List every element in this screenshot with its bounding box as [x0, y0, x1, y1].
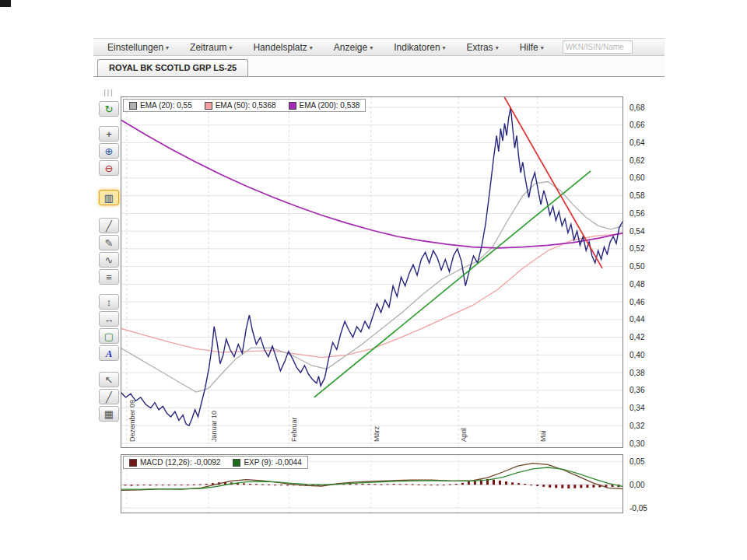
- ema50-swatch-icon: [205, 102, 212, 110]
- svg-text:0,40: 0,40: [630, 351, 645, 359]
- legend-ema20: EMA (20): 0,55: [129, 101, 192, 110]
- legend-ema50: EMA (50): 0,5368: [205, 101, 276, 110]
- svg-text:0,30: 0,30: [630, 439, 645, 448]
- zoom-in-button[interactable]: ⊕: [99, 143, 119, 159]
- svg-text:0,48: 0,48: [630, 280, 645, 289]
- menu-items: Einstellungen▾Zeitraum▾Handelsplatz▾Anze…: [107, 42, 544, 53]
- slide-corner-mark: [0, 0, 11, 7]
- chart-mode-button[interactable]: ▥: [99, 190, 119, 205]
- legend-ema50-label: EMA (50): 0,5368: [216, 101, 276, 110]
- pointer-button[interactable]: ↖: [99, 372, 119, 387]
- menu-item-label: Hilfe: [520, 42, 538, 53]
- grid-button[interactable]: ▦: [99, 406, 119, 422]
- menu-item-indikatoren[interactable]: Indikatoren▾: [394, 42, 445, 53]
- svg-text:0,54: 0,54: [630, 227, 645, 236]
- chevron-down-icon: ▾: [496, 44, 499, 51]
- menu-item-hilfe[interactable]: Hilfe▾: [520, 42, 544, 53]
- macd-panel[interactable]: 0,050,00-0,05 MACD (12,26): -0,0092 EXP …: [121, 454, 659, 513]
- svg-text:0,34: 0,34: [630, 404, 645, 412]
- menu-item-label: Anzeige: [334, 42, 367, 53]
- ema20-swatch-icon: [129, 102, 137, 110]
- wkn-search-input[interactable]: [563, 40, 633, 54]
- svg-text:0,62: 0,62: [630, 156, 645, 165]
- svg-text:Januar 10: Januar 10: [210, 411, 218, 442]
- svg-text:0,58: 0,58: [630, 191, 645, 200]
- retracement-button[interactable]: ≡: [99, 269, 119, 285]
- macd-legend: MACD (12,26): -0,0092 EXP (9): -0,0044: [123, 456, 308, 469]
- chart-application: Einstellungen▾Zeitraum▾Handelsplatz▾Anze…: [93, 38, 665, 517]
- menu-item-label: Handelsplatz: [253, 42, 307, 53]
- svg-text:0,50: 0,50: [630, 262, 645, 271]
- svg-text:Mai: Mai: [539, 430, 547, 442]
- svg-text:-0,05: -0,05: [630, 504, 647, 513]
- text-tool-button[interactable]: A: [99, 345, 119, 361]
- drawing-toolbar: |||↻+⊕⊖▥╱✎∿≡↕↔▢A↖╱▦: [97, 86, 121, 422]
- svg-text:0,42: 0,42: [630, 333, 645, 341]
- svg-text:0,64: 0,64: [630, 138, 645, 147]
- zoom-out-button[interactable]: ⊖: [99, 160, 119, 176]
- svg-text:Februar: Februar: [290, 417, 298, 442]
- pencil-button[interactable]: ✎: [99, 235, 119, 250]
- menu-item-label: Zeitraum: [190, 42, 226, 53]
- toolbar-drag-handle: |||: [99, 88, 119, 97]
- legend-exp: EXP (9): -0,0044: [233, 458, 301, 467]
- trendline-button[interactable]: ╱: [99, 218, 119, 233]
- svg-text:0,36: 0,36: [630, 386, 645, 394]
- menu-item-einstellungen[interactable]: Einstellungen▾: [107, 42, 169, 53]
- legend-ema200-label: EMA (200): 0,538: [300, 101, 360, 110]
- svg-text:0,38: 0,38: [630, 369, 645, 377]
- line-tool-button[interactable]: ╱: [99, 389, 119, 404]
- svg-text:0,32: 0,32: [630, 422, 645, 430]
- menu-item-zeitraum[interactable]: Zeitraum▾: [190, 42, 232, 53]
- menu-item-label: Indikatoren: [394, 42, 440, 53]
- exp-swatch-icon: [233, 459, 240, 467]
- svg-text:0,60: 0,60: [630, 173, 645, 182]
- chevron-down-icon: ▾: [229, 44, 232, 51]
- svg-text:Dezember 09: Dezember 09: [128, 400, 136, 442]
- svg-text:0,05: 0,05: [630, 457, 645, 466]
- chevron-down-icon: ▾: [310, 44, 313, 51]
- menubar: Einstellungen▾Zeitraum▾Handelsplatz▾Anze…: [93, 38, 665, 56]
- menu-item-label: Einstellungen: [107, 42, 163, 53]
- legend-ema20-label: EMA (20): 0,55: [140, 101, 192, 110]
- price-chart-canvas[interactable]: 0,300,320,340,360,380,400,420,440,460,48…: [121, 96, 659, 448]
- svg-text:0,66: 0,66: [630, 121, 645, 129]
- svg-text:0,46: 0,46: [630, 298, 645, 306]
- svg-text:0,56: 0,56: [630, 209, 645, 218]
- chevron-down-icon: ▾: [443, 44, 446, 51]
- svg-text:0,52: 0,52: [630, 244, 645, 253]
- vertical-line-button[interactable]: ↕: [99, 294, 119, 310]
- svg-text:0,00: 0,00: [630, 481, 645, 489]
- menu-item-extras[interactable]: Extras▾: [467, 42, 499, 53]
- legend-exp-label: EXP (9): -0,0044: [244, 458, 301, 467]
- svg-text:0,68: 0,68: [630, 103, 645, 112]
- legend-ema200: EMA (200): 0,538: [289, 101, 360, 110]
- horizontal-line-button[interactable]: ↔: [99, 311, 119, 327]
- tab-royal-bk-scotld-grp[interactable]: ROYAL BK SCOTLD GRP LS-25: [97, 59, 248, 76]
- zigzag-button[interactable]: ∿: [99, 252, 119, 268]
- chevron-down-icon: ▾: [370, 44, 373, 51]
- legend-macd: MACD (12,26): -0,0092: [129, 458, 220, 467]
- svg-text:April: April: [460, 428, 468, 442]
- rectangle-button[interactable]: ▢: [99, 328, 119, 344]
- price-chart-legend: EMA (20): 0,55 EMA (50): 0,5368 EMA (200…: [123, 99, 366, 112]
- macd-swatch-icon: [129, 459, 137, 467]
- legend-macd-label: MACD (12,26): -0,0092: [140, 458, 220, 467]
- menu-item-anzeige[interactable]: Anzeige▾: [334, 42, 373, 53]
- crosshair-button[interactable]: +: [99, 126, 119, 142]
- tab-row: ROYAL BK SCOTLD GRP LS-25: [93, 57, 665, 77]
- svg-text:0,44: 0,44: [630, 315, 645, 324]
- price-chart-panel[interactable]: 0,300,320,340,360,380,400,420,440,460,48…: [121, 96, 659, 448]
- refresh-button[interactable]: ↻: [99, 101, 119, 117]
- menu-item-label: Extras: [467, 42, 493, 53]
- svg-text:März: März: [373, 426, 381, 442]
- chevron-down-icon: ▾: [166, 44, 169, 51]
- ema200-swatch-icon: [289, 102, 296, 110]
- menu-item-handelsplatz[interactable]: Handelsplatz▾: [253, 42, 312, 53]
- chevron-down-icon: ▾: [541, 44, 544, 51]
